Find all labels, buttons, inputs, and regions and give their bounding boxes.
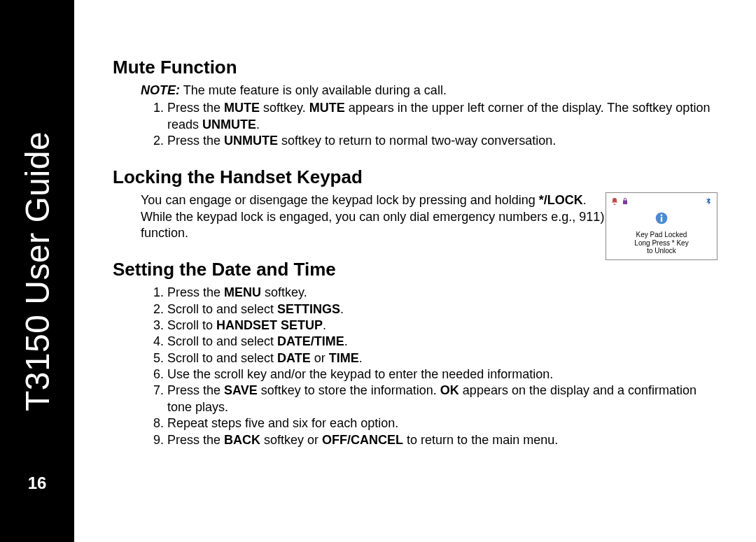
svg-rect-1 (661, 217, 662, 222)
lock-paragraph: You can engage or disengage the keypad l… (141, 192, 610, 241)
sidebar: T3150 User Guide 16 (0, 0, 74, 542)
datetime-steps: Press the MENU softkey. Scroll to and se… (113, 285, 718, 448)
document-title: T3150 User Guide (18, 131, 57, 411)
svg-point-2 (661, 215, 663, 217)
list-item: Press the UNMUTE softkey to return to no… (167, 133, 718, 149)
figure-text-1: Key Pad Locked (609, 231, 714, 239)
figure-info-row (609, 211, 714, 229)
list-item: Use the scroll key and/or the keypad to … (167, 366, 718, 383)
list-item: Press the MENU softkey. (167, 285, 718, 301)
page-container: T3150 User Guide 16 Mute Function NOTE: … (0, 0, 756, 542)
page-number: 16 (28, 473, 47, 493)
list-item: Scroll to and select SETTINGS. (167, 301, 718, 318)
content-area: Mute Function NOTE: The mute feature is … (74, 0, 756, 542)
figure-text-3: to Unlock (609, 247, 714, 255)
list-item: Press the SAVE softkey to store the info… (167, 383, 718, 415)
figure-status-bar (609, 196, 714, 208)
heading-datetime: Setting the Date and Time (113, 258, 718, 282)
bluetooth-icon (704, 194, 713, 210)
heading-mute: Mute Function (113, 56, 718, 80)
mute-steps: Press the MUTE softkey. MUTE appears in … (113, 100, 718, 149)
figure-text-2: Long Press * Key (609, 239, 714, 248)
list-item: Press the BACK softkey or OFF/CANCEL to … (167, 432, 718, 448)
keypad-lock-figure: Key Pad Locked Long Press * Key to Unloc… (606, 192, 718, 260)
heading-lock: Locking the Handset Keypad (113, 166, 718, 190)
list-item: Repeat steps five and six for each optio… (167, 415, 718, 432)
lock-icon (621, 194, 629, 210)
info-icon (654, 211, 668, 229)
mute-note: NOTE: The mute feature is only available… (141, 83, 718, 99)
bell-icon (610, 194, 619, 210)
note-text: The mute feature is only available durin… (180, 83, 447, 97)
note-label: NOTE: (141, 83, 180, 97)
list-item: Scroll to and select DATE or TIME. (167, 350, 718, 366)
list-item: Press the MUTE softkey. MUTE appears in … (167, 100, 718, 133)
list-item: Scroll to HANDSET SETUP. (167, 318, 718, 334)
list-item: Scroll to and select DATE/TIME. (167, 334, 718, 350)
